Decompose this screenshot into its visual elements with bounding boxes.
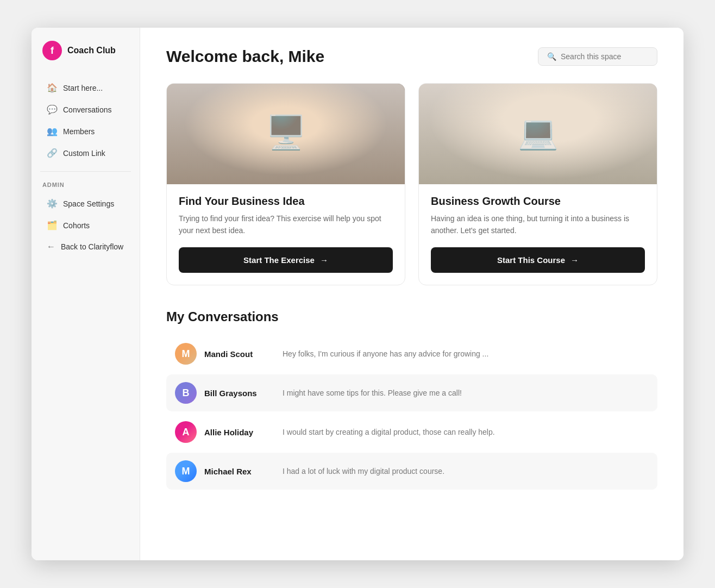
conv-name-mandi: Mandi Scout — [204, 349, 275, 359]
exercise-card-desc: Trying to find your first idea? This exe… — [179, 213, 393, 236]
page-title: Welcome back, Mike — [166, 47, 324, 66]
avatar-mandi: M — [175, 343, 197, 365]
conv-preview-mandi: Hey folks, I'm curious if anyone has any… — [283, 349, 488, 358]
conversations-section: My Conversations M Mandi Scout Hey folks… — [166, 309, 657, 490]
avatar-bill: B — [175, 382, 197, 404]
logo-icon: f — [42, 41, 62, 60]
admin-label: ADMIN — [32, 179, 140, 192]
logo-text: Coach Club — [67, 46, 116, 55]
sidebar-logo[interactable]: f Coach Club — [32, 28, 140, 71]
avatar-allie: A — [175, 421, 197, 443]
conversation-item-bill[interactable]: B Bill Graysons I might have some tips f… — [166, 374, 657, 411]
sidebar-item-start-here[interactable]: 🏠 Start here... — [36, 77, 135, 98]
sidebar-item-label: Space Settings — [63, 199, 114, 208]
conv-preview-michael: I had a lot of luck with my digital prod… — [283, 467, 444, 476]
conversation-item-michael[interactable]: M Michael Rex I had a lot of luck with m… — [166, 453, 657, 490]
start-exercise-button[interactable]: Start The Exercise → — [179, 247, 393, 273]
search-bar[interactable]: 🔍 — [538, 47, 657, 66]
exercise-card-body: Find Your Business Idea Trying to find y… — [167, 184, 405, 285]
sidebar-item-custom-link[interactable]: 🔗 Custom Link — [36, 142, 135, 164]
exercise-card-title: Find Your Business Idea — [179, 195, 393, 208]
search-input[interactable] — [561, 52, 648, 61]
sidebar-item-members[interactable]: 👥 Members — [36, 121, 135, 142]
course-card-title: Business Growth Course — [431, 195, 645, 208]
course-card-body: Business Growth Course Having an idea is… — [419, 184, 657, 285]
conv-preview-bill: I might have some tips for this. Please … — [283, 389, 462, 397]
sidebar-nav: 🏠 Start here... 💬 Conversations 👥 Member… — [32, 71, 140, 263]
course-card: Business Growth Course Having an idea is… — [418, 83, 657, 285]
sidebar-item-label: Members — [63, 127, 95, 136]
sidebar-item-label: Start here... — [63, 84, 103, 92]
conversation-item-mandi[interactable]: M Mandi Scout Hey folks, I'm curious if … — [166, 335, 657, 372]
search-icon: 🔍 — [547, 52, 556, 61]
app-window: f Coach Club 🏠 Start here... 💬 Conversat… — [32, 28, 683, 560]
cohorts-icon: 🗂️ — [47, 220, 58, 230]
conversation-list: M Mandi Scout Hey folks, I'm curious if … — [166, 335, 657, 490]
avatar-michael: M — [175, 460, 197, 482]
sidebar-item-label: Conversations — [63, 105, 112, 114]
conv-name-bill: Bill Graysons — [204, 389, 275, 398]
sidebar-item-conversations[interactable]: 💬 Conversations — [36, 99, 135, 120]
gear-icon: ⚙️ — [47, 198, 58, 209]
cards-row: Find Your Business Idea Trying to find y… — [166, 83, 657, 285]
header-row: Welcome back, Mike 🔍 — [166, 47, 657, 66]
sidebar-item-label: Custom Link — [63, 149, 105, 158]
chat-icon: 💬 — [47, 104, 58, 115]
exercise-card: Find Your Business Idea Trying to find y… — [166, 83, 405, 285]
start-course-button[interactable]: Start This Course → — [431, 247, 645, 273]
conversation-item-allie[interactable]: A Allie Holiday I would start by creatin… — [166, 414, 657, 451]
sidebar-item-space-settings[interactable]: ⚙️ Space Settings — [36, 193, 135, 214]
sidebar-item-label: Back to Clarityflow — [61, 242, 123, 251]
link-icon: 🔗 — [47, 148, 58, 158]
exercise-card-image — [167, 84, 405, 184]
sidebar-item-label: Cohorts — [63, 221, 90, 230]
main-content: Welcome back, Mike 🔍 Find Your Business … — [140, 28, 683, 560]
conv-name-michael: Michael Rex — [204, 467, 275, 476]
conversations-title: My Conversations — [166, 309, 657, 324]
conv-name-allie: Allie Holiday — [204, 428, 275, 437]
back-icon: ← — [47, 242, 55, 252]
sidebar-item-cohorts[interactable]: 🗂️ Cohorts — [36, 215, 135, 236]
members-icon: 👥 — [47, 126, 58, 136]
conv-preview-allie: I would start by creating a digital prod… — [283, 428, 495, 436]
home-icon: 🏠 — [47, 83, 58, 93]
course-card-image — [419, 84, 657, 184]
sidebar-item-back[interactable]: ← Back to Clarityflow — [36, 236, 135, 257]
sidebar-divider — [40, 171, 131, 172]
course-card-desc: Having an idea is one thing, but turning… — [431, 213, 645, 236]
sidebar: f Coach Club 🏠 Start here... 💬 Conversat… — [32, 28, 140, 560]
